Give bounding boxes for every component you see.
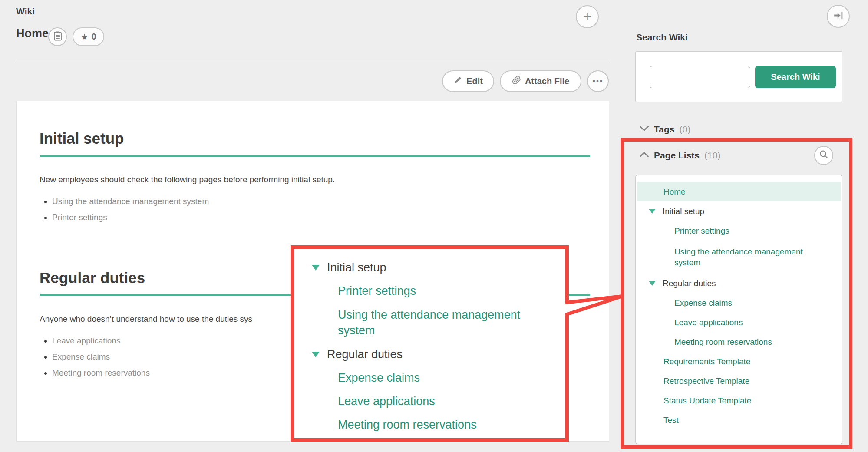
edit-button-label: Edit [466, 76, 483, 86]
tags-section-toggle[interactable]: Tags (0) [639, 124, 690, 135]
triangle-down-icon [312, 265, 320, 271]
tree-leaf-row: Printer settings [294, 279, 565, 303]
star-icon: ★ [80, 33, 88, 41]
header-divider [16, 62, 609, 62]
attach-file-button-label: Attach File [525, 76, 569, 86]
tree-branch-label: Initial setup [327, 261, 386, 274]
tree-leaf-label: Printer settings [338, 283, 546, 299]
tree-branch-row: Initial setup [294, 256, 565, 279]
page-lists-count: (10) [704, 150, 720, 161]
page-title: Home [16, 27, 49, 40]
tree-leaf-label: Expense claims [338, 370, 546, 386]
page-list-item-requirements-template[interactable]: Requirements Template [636, 352, 842, 371]
page-history-button[interactable] [48, 27, 67, 46]
page-list-item-status-update-template[interactable]: Status Update Template [636, 391, 842, 410]
page-branch-label[interactable]: Regular duties [663, 279, 716, 288]
tree-leaf-row: Using the attendance management system [294, 303, 565, 343]
page-list-item-expense-claims[interactable]: Expense claims [636, 293, 842, 313]
star-counter[interactable]: ★ 0 [73, 27, 104, 46]
more-options-button[interactable]: ••• [587, 70, 609, 92]
tags-label: Tags [654, 124, 674, 135]
chevron-down-icon [639, 125, 649, 133]
tree-branch-label: Regular duties [327, 348, 403, 361]
page-tree-zoom-callout: Initial setup Printer settings Using the… [291, 245, 569, 442]
page-lists-label: Page Lists [654, 150, 700, 161]
plus-icon: + [583, 9, 592, 23]
page-link[interactable]: Printer settings [674, 225, 826, 236]
page-link[interactable]: Retrospective Template [663, 376, 749, 386]
page-list-item-home[interactable]: Home [637, 182, 841, 201]
section-body: New employees should check the following… [40, 175, 590, 185]
tree-leaf-label: Leave applications [338, 393, 546, 409]
page-link[interactable]: Expense claims [674, 297, 826, 308]
page-branch-label[interactable]: Initial setup [663, 207, 704, 216]
attach-file-button[interactable]: Attach File [500, 70, 581, 92]
page-list-item-printer-settings[interactable]: Printer settings [636, 221, 842, 241]
bullet-item: Printer settings [52, 213, 590, 222]
pen-icon [453, 76, 462, 87]
page-list-panel: Home Initial setup Printer settings Usin… [635, 175, 842, 444]
page-list-item-attendance-system[interactable]: Using the attendance management system [636, 241, 842, 274]
ellipsis-icon: ••• [593, 77, 603, 86]
tree-branch-row: Regular duties [294, 343, 565, 366]
search-wiki-heading: Search Wiki [636, 32, 688, 43]
collapse-sidebar-button[interactable] [827, 5, 850, 28]
triangle-down-icon[interactable] [649, 281, 656, 286]
wiki-page: Wiki Home ★ 0 + Edit Attach File ••• [0, 0, 868, 452]
page-list-item-regular-duties[interactable]: Regular duties [636, 274, 842, 293]
triangle-down-icon [312, 352, 320, 357]
page-link[interactable]: Using the attendance management system [674, 246, 826, 268]
tree-leaf-row: Meeting room reservations [294, 413, 565, 436]
callout-tail [564, 290, 625, 320]
page-list-item-test[interactable]: Test [636, 410, 842, 430]
page-link[interactable]: Home [663, 187, 686, 197]
page-list-item-retrospective-template[interactable]: Retrospective Template [636, 371, 842, 391]
tree-leaf-row: Expense claims [294, 366, 565, 389]
page-lists-section-toggle[interactable]: Page Lists (10) [639, 150, 720, 161]
edit-button[interactable]: Edit [442, 70, 494, 92]
search-wiki-button[interactable]: Search Wiki [755, 66, 836, 88]
clipboard-icon [53, 31, 63, 43]
app-title: Wiki [16, 6, 35, 16]
section-heading: Initial setup [40, 130, 590, 157]
chevron-up-icon [639, 152, 649, 159]
tree-leaf-row: Leave applications [294, 389, 565, 413]
page-link[interactable]: Status Update Template [663, 396, 751, 406]
tree-leaf-label: Using the attendance management system [338, 307, 546, 338]
search-wiki-panel: Search Wiki [635, 51, 842, 102]
page-list-item-meeting-room-reservations[interactable]: Meeting room reservations [636, 332, 842, 352]
section-bullet-list: Using the attendance management system P… [52, 197, 590, 222]
triangle-down-icon[interactable] [649, 209, 656, 214]
bullet-item: Using the attendance management system [52, 197, 590, 206]
star-count: 0 [91, 32, 96, 42]
add-page-button[interactable]: + [576, 5, 599, 28]
page-link[interactable]: Meeting room reservations [674, 337, 826, 347]
paperclip-icon [512, 76, 521, 87]
tree-leaf-label: Meeting room reservations [338, 417, 546, 432]
search-input[interactable] [650, 66, 750, 88]
page-link[interactable]: Test [663, 416, 679, 425]
page-list-item-initial-setup[interactable]: Initial setup [636, 201, 842, 221]
page-link[interactable]: Requirements Template [663, 357, 750, 366]
section-initial-setup: Initial setup New employees should check… [40, 130, 590, 222]
page-list-item-leave-applications[interactable]: Leave applications [636, 313, 842, 332]
page-link[interactable]: Leave applications [674, 317, 826, 328]
tags-count: (0) [679, 124, 690, 135]
filter-pages-button[interactable] [814, 146, 833, 165]
magnifier-icon [819, 150, 828, 161]
arrow-to-bar-icon [833, 10, 844, 23]
